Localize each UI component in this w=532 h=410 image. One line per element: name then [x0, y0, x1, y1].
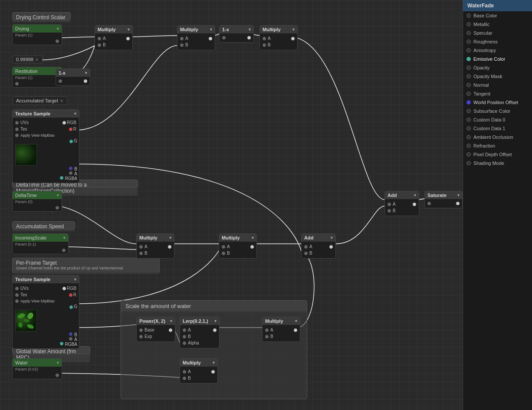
chevron-down-icon[interactable]: ▾ — [292, 27, 295, 32]
panel-row-normal: Normal — [463, 81, 532, 89]
multiply-node-2[interactable]: Multiply ▾ A B — [177, 25, 215, 50]
mip-input — [15, 134, 19, 137]
drying-title: Drying — [15, 26, 29, 31]
ao-label: Ambient Occlusion — [473, 134, 513, 140]
output — [250, 245, 254, 249]
panel-row-ao: Ambient Occlusion — [463, 133, 532, 141]
deltatime-node[interactable]: DeltaTime ▾ Param (0) — [12, 191, 62, 212]
texture-sample-1[interactable]: Texture Sample ▾ UVs RGB Tex R Apply Vie… — [12, 109, 79, 183]
chevron-down-icon[interactable]: ▾ — [85, 71, 87, 75]
metallic-port — [466, 22, 471, 26]
multiply-node-1[interactable]: Multiply ▾ A B — [95, 25, 133, 50]
constant-node[interactable]: 0.99998 ✕ — [12, 56, 43, 63]
b-row: B — [260, 42, 297, 48]
g-output — [69, 140, 73, 143]
input-port — [427, 202, 431, 205]
rgba-label: RGBA — [65, 176, 77, 181]
one-minus-x-restitution[interactable]: 1-x ▾ — [56, 69, 90, 86]
chevron-down-icon[interactable]: ▾ — [331, 236, 333, 240]
node-title: Multiply — [139, 235, 158, 240]
one-minus-x-main[interactable]: 1-x ▾ — [219, 25, 254, 43]
roughness-label: Roughness — [473, 39, 498, 44]
chevron-down-icon[interactable]: ▾ — [457, 193, 460, 197]
water-param-node[interactable]: Water ▾ Param (0.02) — [12, 358, 62, 379]
chevron-down-icon[interactable]: ▾ — [295, 319, 297, 323]
accumulated-target-label[interactable]: Accumulated Target ✕ — [12, 96, 67, 105]
water-fade-panel: WaterFade Base Color Metallic Specular R… — [463, 0, 532, 410]
node-title: Multiply — [180, 27, 198, 32]
add-node-2[interactable]: Add ▾ A B — [301, 233, 336, 259]
restitution-sub: Param (1) — [13, 75, 62, 80]
a-row: A — [180, 327, 219, 333]
a-row: A — [260, 35, 297, 42]
io-row — [56, 79, 90, 84]
b-input — [183, 377, 186, 380]
a-label: A — [144, 244, 148, 249]
chevron-down-icon[interactable]: ▾ — [128, 27, 130, 32]
power-node[interactable]: Power(X, 2) ▾ Base Exp — [136, 317, 175, 342]
uvs-label: UVs — [20, 286, 29, 291]
multiply-node-7[interactable]: Multiply ▾ A B — [180, 358, 218, 384]
chevron-down-icon[interactable]: ▾ — [74, 112, 76, 116]
g-label: G — [74, 138, 77, 143]
b-row: B — [177, 42, 215, 48]
pixel-depth-label: Pixel Depth Offset — [473, 152, 512, 157]
specular-port — [466, 31, 471, 35]
specular-label: Specular — [473, 30, 492, 36]
chevron-down-icon[interactable]: ▾ — [63, 236, 66, 240]
a-row: A — [219, 243, 256, 250]
b-label: B — [188, 334, 191, 339]
saturate-node[interactable]: Saturate ▾ — [424, 191, 463, 208]
chevron-down-icon[interactable]: ▾ — [414, 193, 416, 197]
chevron-down-icon[interactable]: ▾ — [74, 277, 76, 282]
chevron-down-icon[interactable]: ▾ — [213, 361, 215, 365]
multiply-node-4[interactable]: Multiply ▾ A B — [136, 233, 174, 259]
multiply-node-3[interactable]: Multiply ▾ A B — [259, 25, 298, 50]
emissive-label: Emissive Color — [473, 56, 505, 62]
a-row: A — [95, 35, 132, 42]
chevron-down-icon[interactable]: ▾ — [252, 236, 254, 240]
chevron-down-icon[interactable]: ▾ — [169, 236, 171, 240]
chevron-down-icon[interactable]: ▾ — [57, 193, 59, 197]
panel-row-specular: Specular — [463, 29, 532, 37]
node-title: Lerp(0.2,1,) — [183, 318, 208, 324]
restitution-node[interactable]: Restitution ▾ Param (1) — [12, 67, 62, 88]
multiply-node-6[interactable]: Multiply ▾ A B — [262, 317, 300, 342]
alpha-input — [183, 341, 186, 345]
output-port — [56, 39, 59, 43]
tex-input — [15, 293, 19, 297]
incoming-scale-node[interactable]: IncomingScale ▾ Param (0.1) — [12, 233, 69, 254]
uvs-input — [15, 121, 19, 125]
chevron-down-icon[interactable]: ▾ — [57, 361, 59, 365]
world-pos-port — [466, 100, 471, 105]
chevron-down-icon[interactable]: ▾ — [214, 319, 217, 323]
texture-sample-2[interactable]: Texture Sample ▾ UVs RGB Tex R Apply Vie… — [12, 275, 79, 349]
chevron-down-icon[interactable]: ▾ — [249, 27, 251, 32]
b-row: B — [95, 42, 132, 48]
a-input — [183, 328, 186, 332]
input-port — [15, 82, 19, 85]
chevron-down-icon[interactable]: ▾ — [57, 26, 59, 31]
drying-output-port — [13, 38, 62, 45]
b-row: B — [180, 333, 219, 340]
water-sub: Param (0.02) — [13, 367, 62, 372]
close-icon[interactable]: ✕ — [35, 57, 39, 62]
custom1-port — [466, 126, 471, 131]
panel-row-metallic: Metallic — [463, 20, 532, 29]
anisotropy-port — [466, 48, 471, 52]
mip-label: Apply View MipBias — [20, 299, 55, 303]
lerp-node[interactable]: Lerp(0.2,1,) ▾ A B Alpha — [180, 317, 220, 348]
deltatime-ports — [13, 204, 62, 211]
panel-row-roughness: Roughness — [463, 37, 532, 46]
add-node-1[interactable]: Add ▾ A B — [384, 191, 419, 216]
b-label: B — [74, 332, 77, 337]
drying-node[interactable]: Drying ▾ Param (1) — [12, 24, 62, 45]
rgb-output — [62, 287, 66, 290]
chevron-down-icon[interactable]: ▾ — [210, 27, 212, 32]
a-row: A — [180, 368, 217, 375]
multiply-node-5[interactable]: Multiply ▾ A B — [219, 233, 257, 259]
close-icon[interactable]: ✕ — [60, 98, 63, 103]
output-port — [56, 206, 59, 210]
b-label: B — [270, 334, 273, 339]
chevron-down-icon[interactable]: ▾ — [170, 319, 172, 323]
